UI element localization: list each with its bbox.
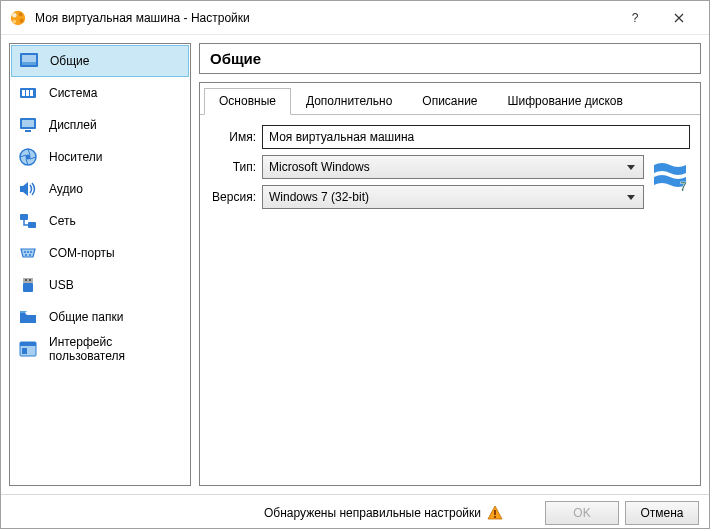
sidebar-item-label: Интерфейс пользователя <box>49 335 183 363</box>
sidebar-item-label: USB <box>49 278 74 292</box>
os-logo-icon: 7 <box>650 155 690 195</box>
sidebar-item-usb[interactable]: USB <box>11 269 189 301</box>
sidebar-item-label: Дисплей <box>49 118 97 132</box>
shared-folders-icon <box>17 306 39 328</box>
label-version: Версия: <box>210 190 256 204</box>
svg-point-19 <box>24 251 26 253</box>
sidebar-item-system[interactable]: Система <box>11 77 189 109</box>
label-name: Имя: <box>210 130 256 144</box>
network-icon <box>17 210 39 232</box>
svg-rect-11 <box>30 90 33 96</box>
dropdown-version[interactable]: Windows 7 (32-bit) <box>262 185 644 209</box>
tabs: Основные Дополнительно Описание Шифрован… <box>200 83 700 115</box>
input-name[interactable] <box>262 125 690 149</box>
svg-rect-9 <box>22 90 25 96</box>
svg-rect-18 <box>28 222 36 228</box>
general-icon <box>18 50 40 72</box>
row-type-version: Тип: Microsoft Windows Версия: Windows 7… <box>210 155 690 209</box>
tab-advanced[interactable]: Дополнительно <box>291 88 407 115</box>
serial-icon <box>17 242 39 264</box>
sidebar-item-general[interactable]: Общие <box>11 45 189 77</box>
dropdown-type-value: Microsoft Windows <box>269 160 370 174</box>
svg-point-0 <box>11 10 25 24</box>
svg-point-1 <box>12 13 17 17</box>
svg-point-2 <box>19 12 23 16</box>
svg-point-16 <box>26 155 31 160</box>
app-icon <box>9 9 27 27</box>
form-area: Имя: Тип: Microsoft Windows Версия: Wind… <box>200 115 700 225</box>
content-box: Основные Дополнительно Описание Шифрован… <box>199 82 701 486</box>
svg-rect-30 <box>22 348 27 354</box>
sidebar-item-display[interactable]: Дисплей <box>11 109 189 141</box>
sidebar-item-storage[interactable]: Носители <box>11 141 189 173</box>
svg-point-4 <box>13 19 17 23</box>
footer: Обнаружены неправильные настройки OK Отм… <box>1 494 709 529</box>
svg-rect-34 <box>494 516 496 518</box>
svg-point-21 <box>30 251 32 253</box>
tab-encryption[interactable]: Шифрование дисков <box>493 88 638 115</box>
sidebar-item-label: Сеть <box>49 214 76 228</box>
audio-icon <box>17 178 39 200</box>
dropdown-type[interactable]: Microsoft Windows <box>262 155 644 179</box>
svg-point-20 <box>27 251 29 253</box>
sidebar-item-label: Общие папки <box>49 310 123 324</box>
sidebar-item-audio[interactable]: Аудио <box>11 173 189 205</box>
sidebar-item-label: COM-порты <box>49 246 115 260</box>
svg-text:7: 7 <box>680 180 687 194</box>
sidebar-item-label: Носители <box>49 150 102 164</box>
help-button[interactable]: ? <box>613 3 657 33</box>
ok-button[interactable]: OK <box>545 501 619 525</box>
sidebar-item-shared-folders[interactable]: Общие папки <box>11 301 189 333</box>
titlebar: Моя виртуальная машина - Настройки ? <box>1 1 709 35</box>
sidebar-item-label: Общие <box>50 54 89 68</box>
close-button[interactable] <box>657 3 701 33</box>
tab-basic[interactable]: Основные <box>204 88 291 115</box>
sidebar-item-network[interactable]: Сеть <box>11 205 189 237</box>
heading-box: Общие <box>199 43 701 74</box>
storage-icon <box>17 146 39 168</box>
tab-description[interactable]: Описание <box>407 88 492 115</box>
sidebar: Общие Система Дисплей Носители Аудио Сет… <box>9 43 191 486</box>
cancel-button[interactable]: Отмена <box>625 501 699 525</box>
svg-rect-7 <box>22 62 36 65</box>
svg-rect-33 <box>494 510 496 515</box>
svg-rect-10 <box>26 90 29 96</box>
usb-icon <box>17 274 39 296</box>
svg-point-22 <box>25 254 27 256</box>
display-icon <box>17 114 39 136</box>
footer-warning-text: Обнаружены неправильные настройки <box>264 506 481 520</box>
system-icon <box>17 82 39 104</box>
svg-rect-27 <box>29 279 31 281</box>
svg-rect-14 <box>25 130 31 132</box>
svg-rect-13 <box>22 120 34 127</box>
sidebar-item-label: Аудио <box>49 182 83 196</box>
svg-rect-26 <box>25 279 27 281</box>
page-heading: Общие <box>210 50 690 67</box>
sidebar-item-label: Система <box>49 86 97 100</box>
sidebar-item-serial[interactable]: COM-порты <box>11 237 189 269</box>
body: Общие Система Дисплей Носители Аудио Сет… <box>1 35 709 494</box>
warning-icon <box>487 505 503 521</box>
row-name: Имя: <box>210 125 690 149</box>
svg-rect-29 <box>20 342 36 346</box>
ui-icon <box>17 338 39 360</box>
dropdown-version-value: Windows 7 (32-bit) <box>269 190 369 204</box>
window-title: Моя виртуальная машина - Настройки <box>35 11 613 25</box>
svg-rect-24 <box>23 278 33 283</box>
svg-point-23 <box>29 254 31 256</box>
label-type: Тип: <box>210 160 256 174</box>
sidebar-item-ui[interactable]: Интерфейс пользователя <box>11 333 189 365</box>
svg-point-3 <box>20 18 24 22</box>
main: Общие Основные Дополнительно Описание Ши… <box>199 43 701 486</box>
svg-rect-17 <box>20 214 28 220</box>
svg-rect-25 <box>23 283 33 292</box>
